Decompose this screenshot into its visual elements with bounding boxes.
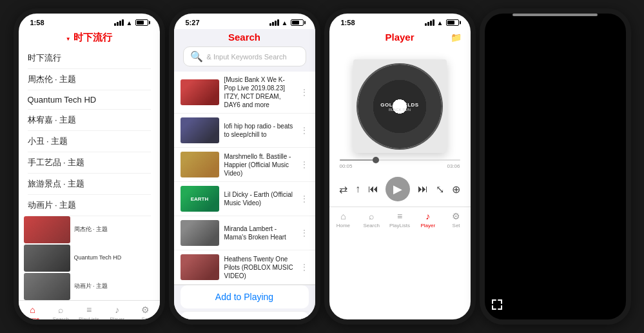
wifi-icon-2: ▲ (282, 19, 288, 26)
signal-icon-3 (425, 19, 434, 26)
tab-home[interactable]: ⌂ Home (19, 305, 47, 322)
search-icon: ⌕ (369, 211, 374, 221)
add-button[interactable]: ⊕ (452, 183, 460, 196)
list-item[interactable]: 旅游景点 · 主题 (28, 174, 151, 195)
prev-button[interactable]: ⏮ (368, 183, 378, 195)
battery-icon-2 (291, 19, 304, 26)
tab-search[interactable]: ⌕ Search (46, 305, 75, 322)
playlist-list: 时下流行 周杰伦 · 主题 Quantum Tech HD 林宥嘉 · 主题 小… (19, 48, 160, 216)
battery-icon-3 (446, 19, 459, 26)
next-button[interactable]: ⏭ (418, 183, 428, 195)
list-item[interactable]: 小丑 · 主题 (28, 131, 151, 152)
phone1-title: 时下流行 (73, 32, 112, 43)
fullscreen-icon-container (491, 299, 503, 313)
progress-area: 00:05 03:06 (329, 159, 471, 174)
tab-player[interactable]: ♪ Player (103, 305, 132, 322)
tab-set[interactable]: ⚙ Set (132, 305, 160, 322)
play-button[interactable]: ▶ (385, 177, 410, 201)
status-icons-2: ▲ (269, 19, 304, 26)
player-title: Player (385, 32, 414, 43)
result-title: Lil Dicky - Earth (Official Music Video) (224, 190, 295, 207)
album-area: GOLD FIELDS BLACK SUN (329, 46, 471, 159)
list-item[interactable]: 林宥嘉 · 主题 (28, 110, 151, 131)
tab-home[interactable]: ⌂ Home (329, 211, 358, 228)
action-sheet: Add to Playing Add to Playlists Share Ca… (174, 285, 315, 325)
tab-label: Set (453, 223, 460, 228)
status-icons-1: ▲ (114, 19, 148, 26)
signal-icon-1 (114, 19, 124, 26)
search-results: [Music Bank X We K-Pop Live 2019.08.23] … (174, 72, 315, 285)
tab-bar-1: ⌂ Home ⌕ Search ≡ PlayLists ♪ Player ⚙ (19, 300, 160, 325)
result-item[interactable]: lofi hip hop radio - beats to sleep/chil… (174, 114, 315, 148)
tab-bar-3: ⌂ Home ⌕ Search ≡ PlayLists ♪ Player ⚙ (329, 207, 471, 234)
result-item[interactable]: [Music Bank X We K-Pop Live 2019.08.23] … (174, 72, 315, 114)
band-name: GOLD FIELDS (380, 101, 418, 107)
phone3-screen: Player 📁 GOLD FIELDS BLACK SUN (329, 29, 471, 234)
video-list: 周杰伦 · 主题 Quantum Tech HD 动画片 · 主题 (19, 216, 160, 300)
dropdown-arrow-icon: ▼ (66, 36, 71, 42)
video-item[interactable]: 动画片 · 主题 (24, 273, 155, 300)
home-icon: ⌂ (30, 305, 35, 315)
result-item[interactable]: Miranda Lambert - Mama's Broken Heart ⋮ (174, 216, 315, 250)
player-header: Player 📁 (329, 29, 471, 46)
list-item[interactable]: 时下流行 (28, 48, 151, 69)
phone2-screen: Search 🔍 & Input Keywords Search [Music … (174, 29, 315, 325)
more-icon[interactable]: ⋮ (300, 228, 309, 238)
shuffle-button[interactable]: ⇄ (339, 183, 347, 196)
fullscreen-button[interactable]: ⤡ (436, 183, 444, 196)
result-item[interactable]: Heathens Twenty One Pilots (ROBLOX MUSIC… (174, 250, 315, 285)
list-item[interactable]: Quantum Tech HD (28, 90, 151, 110)
tab-player[interactable]: ♪ Player (414, 211, 442, 228)
status-bar-3: 1:58 ▲ (329, 14, 471, 29)
add-to-playing-button[interactable]: Add to Playing (181, 285, 309, 308)
scene-mirror (512, 14, 597, 16)
time-3: 1:58 (341, 19, 355, 26)
tab-label: Home (26, 316, 39, 322)
tab-label: Player (110, 316, 124, 322)
search-input[interactable]: & Input Keywords Search (207, 53, 287, 61)
phone1-header: ▼ 时下流行 (19, 29, 160, 48)
time-1: 1:58 (30, 19, 44, 26)
status-icons-3: ▲ (425, 19, 459, 26)
phone-1: 1:58 ▲ ▼ 时下流行 时下流行 周杰伦 · 主题 Quantum Tech… (14, 8, 165, 325)
result-title: Marshmello ft. Bastille - Happier (Offic… (224, 152, 295, 177)
more-icon[interactable]: ⋮ (300, 125, 309, 136)
share-button[interactable]: ↑ (355, 183, 360, 195)
list-item[interactable]: 动画片 · 主题 (28, 195, 151, 216)
result-title: [Music Bank X We K-Pop Live 2019.08.23] … (224, 76, 295, 109)
result-item[interactable]: Marshmello ft. Bastille - Happier (Offic… (174, 148, 315, 182)
video-title: 动画片 · 主题 (74, 283, 155, 290)
player-controls: ⇄ ↑ ⏮ ▶ ⏭ ⤡ ⊕ (329, 174, 471, 207)
status-bar-2: 5:27 ▲ (174, 14, 315, 29)
player-icon: ♪ (425, 211, 430, 221)
battery-icon-1 (135, 19, 148, 26)
tab-playlists[interactable]: ≡ PlayLists (75, 305, 103, 322)
home-icon: ⌂ (340, 211, 346, 221)
fullscreen-exit-icon[interactable] (491, 302, 503, 312)
more-icon[interactable]: ⋮ (300, 87, 309, 97)
tab-label: Home (337, 223, 350, 228)
list-item[interactable]: 手工艺品 · 主题 (28, 152, 151, 174)
more-icon[interactable]: ⋮ (300, 159, 309, 170)
tab-playlists[interactable]: ≡ PlayLists (385, 211, 414, 228)
current-time: 00:05 (340, 163, 353, 169)
more-icon[interactable]: ⋮ (300, 262, 309, 272)
vinyl-disc: GOLD FIELDS BLACK SUN (358, 65, 442, 148)
tab-set[interactable]: ⚙ Set (442, 211, 471, 228)
result-item[interactable]: Lil Dicky - Earth (Official Music Video)… (174, 182, 315, 216)
search-input-container[interactable]: 🔍 & Input Keywords Search (183, 46, 306, 66)
add-to-playlists-button[interactable]: Add to Playlists (181, 312, 309, 325)
tab-label: Player (420, 223, 435, 228)
folder-icon[interactable]: 📁 (451, 32, 462, 43)
time-labels: 00:05 03:06 (340, 163, 460, 169)
tab-search[interactable]: ⌕ Search (357, 211, 385, 228)
video-item[interactable]: Quantum Tech HD (24, 245, 155, 272)
playlists-icon: ≡ (397, 211, 402, 221)
signal-icon-2 (269, 19, 279, 26)
video-item[interactable]: 周杰伦 · 主题 (24, 216, 155, 243)
more-icon[interactable]: ⋮ (300, 194, 309, 204)
progress-bar[interactable] (340, 159, 460, 161)
player-icon: ♪ (115, 305, 119, 315)
list-item[interactable]: 周杰伦 · 主题 (28, 69, 151, 90)
search-title: Search (183, 32, 306, 43)
